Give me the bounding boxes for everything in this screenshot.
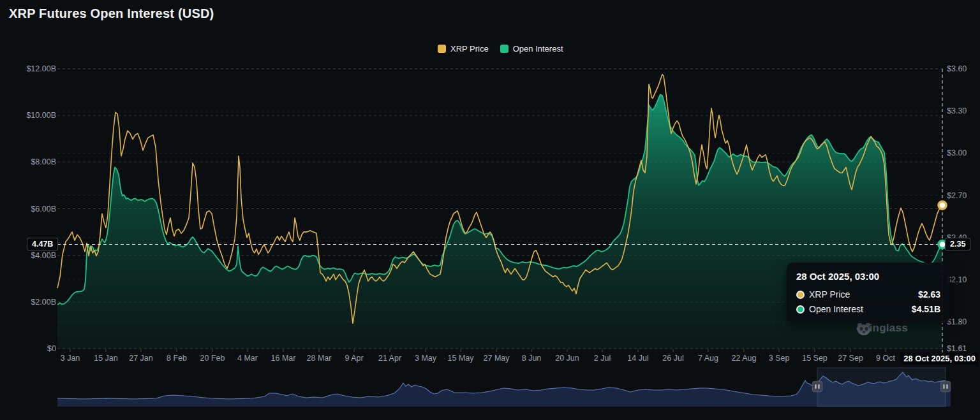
navigator-handle-left-grip-icon	[815, 384, 817, 389]
navigator-handle-left-grip-icon	[819, 384, 820, 389]
x-axis-label: 2 Jul	[594, 354, 611, 363]
chart-tooltip: 28 Oct 2025, 03:00 XRP Price $2.63 Open …	[787, 263, 950, 323]
tooltip-value: $2.63	[918, 289, 940, 300]
y-axis-left-label: $10.00B	[0, 111, 56, 120]
x-axis-label: 8 Jun	[522, 354, 542, 363]
open-interest-dot-icon	[796, 305, 805, 314]
coinglass-watermark: coinglass	[856, 322, 908, 335]
y-axis-right-label: $1.61	[947, 344, 967, 353]
x-axis-label: 3 Jan	[61, 354, 80, 363]
x-axis-label: 3 May	[415, 354, 436, 363]
x-axis-label: 20 Jun	[555, 354, 579, 363]
y-axis-right-label: $3.60	[947, 64, 967, 73]
x-axis-label: 8 Feb	[167, 354, 187, 363]
x-axis-label: 27 May	[484, 354, 510, 363]
y-axis-left-label: $6.00B	[0, 205, 56, 214]
tooltip-date: 28 Oct 2025, 03:00	[796, 271, 940, 282]
x-axis-label: 4 Mar	[237, 354, 258, 363]
x-axis-label: 27 Jan	[129, 354, 153, 363]
crosshair-left-badge: 4.47B	[27, 238, 58, 250]
y-axis-left-label: $0	[0, 344, 56, 353]
tooltip-row-open-interest: Open Interest $4.51B	[796, 304, 940, 314]
x-axis-label: 22 Aug	[732, 354, 757, 363]
x-axis-label: 14 Jul	[627, 354, 648, 363]
navigator-handle-right-grip-icon	[947, 384, 948, 389]
x-axis-label: 9 Apr	[345, 354, 363, 363]
panda-logo-icon	[856, 322, 872, 336]
navigator-handle-left[interactable]	[812, 381, 822, 392]
x-axis-label: 3 Sep	[769, 354, 790, 363]
x-axis-label: 28 Mar	[307, 354, 332, 363]
price-dot-icon	[796, 291, 805, 299]
y-axis-left-label: $2.00B	[0, 298, 56, 307]
y-axis-left-label: $8.00B	[0, 157, 56, 166]
x-axis-label: 21 Apr	[378, 354, 401, 363]
price-marker	[939, 201, 946, 209]
y-axis-right-label: $2.70	[947, 191, 967, 200]
y-axis-right-label: $3.00	[947, 148, 967, 157]
y-axis-right-label: $3.30	[947, 106, 967, 115]
navigator-handle-right-grip-icon	[944, 384, 945, 389]
navigator-handle-right[interactable]	[940, 381, 951, 392]
oi-chart-page: XRP Futures Open Interest (USD) XRP Pric…	[0, 0, 980, 420]
x-axis-label: 15 Jan	[94, 354, 118, 363]
x-axis-label: 16 Mar	[271, 354, 296, 363]
tooltip-label: XRP Price	[809, 289, 850, 300]
x-axis-label: 15 May	[448, 354, 474, 363]
x-axis-label: 26 Jul	[662, 354, 683, 363]
x-axis-label: 20 Feb	[200, 354, 225, 363]
tooltip-value: $4.51B	[912, 304, 940, 314]
x-axis-label: 27 Sep	[838, 354, 863, 363]
crosshair-date-label: 28 Oct 2025, 03:00	[900, 352, 979, 365]
x-axis-label: 7 Aug	[698, 354, 718, 363]
y-axis-right-label: $1.80	[947, 317, 967, 326]
y-axis-left-label: $12.00B	[0, 64, 56, 73]
x-axis-label: 9 Oct	[876, 354, 895, 363]
tooltip-row-price: XRP Price $2.63	[796, 289, 940, 300]
tooltip-label: Open Interest	[809, 304, 863, 314]
x-axis-label: 15 Sep	[802, 354, 828, 363]
crosshair-right-badge: 2.35	[945, 238, 970, 250]
navigator-selection[interactable]	[817, 368, 946, 407]
y-axis-left-label: $4.00B	[0, 251, 56, 260]
